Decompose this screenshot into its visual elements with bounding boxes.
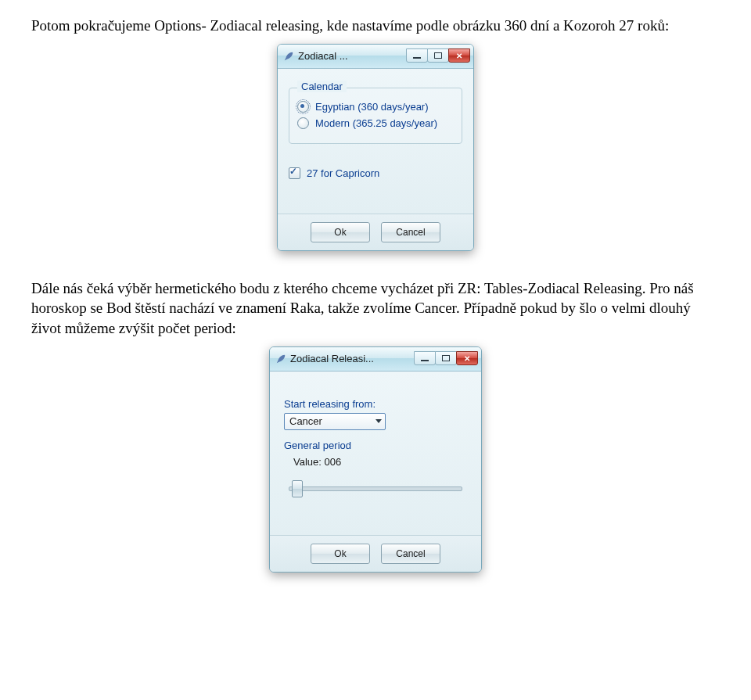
cancel-button[interactable]: Cancel [381, 222, 440, 242]
start-sign-combo[interactable]: Cancer [284, 413, 386, 430]
paragraph-2: Dále nás čeká výběr hermetického bodu z … [31, 278, 720, 339]
close-button[interactable]: ✕ [448, 48, 470, 63]
ok-button[interactable]: Ok [311, 222, 370, 242]
close-button[interactable]: ✕ [456, 351, 478, 365]
dialog-body: Calendar Egyptian (360 days/year) Modern… [278, 69, 473, 214]
window-title: Zodiacal ... [298, 50, 348, 62]
dialog2-wrap: Zodiacal Releasi... ✕ Start releasing fr… [31, 346, 720, 576]
cancel-button[interactable]: Cancel [381, 544, 440, 564]
chevron-down-icon [376, 419, 382, 423]
dialog1-wrap: Zodiacal ... ✕ Calendar Egyptian (360 da… [31, 44, 720, 255]
minimize-button[interactable] [414, 351, 436, 365]
dialog-footer: Ok Cancel [278, 214, 473, 250]
radio-label: Egyptian (360 days/year) [315, 101, 429, 113]
checkbox-label: 27 for Capricorn [307, 167, 379, 179]
paragraph-1: Potom pokračujeme Options- Zodiacal rele… [31, 16, 720, 36]
zodiacal-options-dialog: Zodiacal ... ✕ Calendar Egyptian (360 da… [277, 44, 474, 251]
radio-modern[interactable]: Modern (365.25 days/year) [297, 117, 454, 129]
feather-icon [282, 50, 295, 63]
feather-icon [275, 353, 287, 365]
dialog-body: Start releasing from: Cancer General per… [270, 372, 481, 535]
maximize-button[interactable] [435, 351, 457, 365]
titlebar[interactable]: Zodiacal ... ✕ [278, 45, 473, 69]
slider-thumb[interactable] [292, 480, 303, 497]
radio-label: Modern (365.25 days/year) [315, 117, 437, 129]
window-buttons: ✕ [414, 352, 478, 365]
minimize-button[interactable] [406, 48, 428, 63]
period-value-label: Value: 006 [293, 456, 467, 468]
calendar-group: Calendar Egyptian (360 days/year) Modern… [289, 88, 462, 144]
window-buttons: ✕ [406, 49, 470, 63]
radio-icon [297, 101, 309, 113]
checkbox-27-capricorn[interactable]: 27 for Capricorn [289, 167, 462, 179]
window-title: Zodiacal Releasi... [290, 353, 374, 364]
radio-egyptian[interactable]: Egyptian (360 days/year) [297, 101, 454, 113]
start-releasing-label: Start releasing from: [284, 398, 467, 410]
dialog-footer: Ok Cancel [270, 535, 481, 572]
general-period-label: General period [284, 440, 467, 451]
titlebar[interactable]: Zodiacal Releasi... ✕ [270, 347, 481, 372]
calendar-group-legend: Calendar [297, 81, 347, 92]
radio-icon [297, 117, 309, 129]
zodiacal-releasing-dialog: Zodiacal Releasi... ✕ Start releasing fr… [269, 346, 482, 573]
combo-value: Cancer [289, 415, 322, 427]
ok-button[interactable]: Ok [311, 544, 370, 564]
period-slider[interactable] [289, 479, 462, 497]
maximize-button[interactable] [427, 48, 449, 63]
slider-track [289, 486, 462, 491]
checkbox-icon [289, 167, 300, 179]
